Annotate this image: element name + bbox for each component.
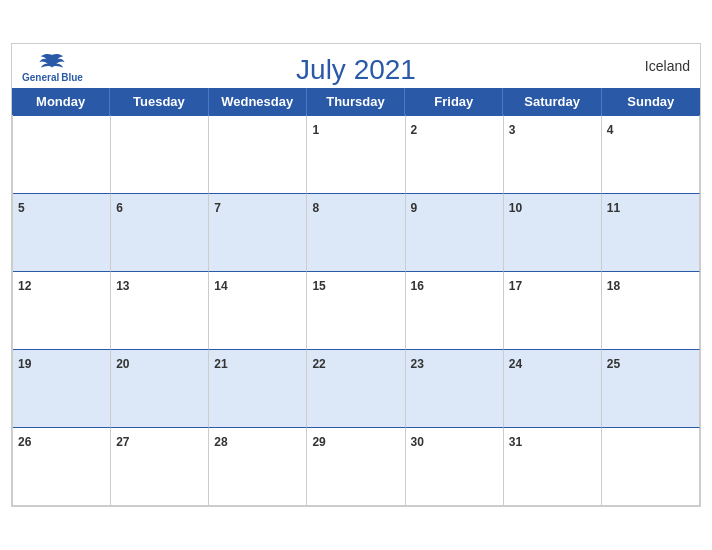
logo-blue: Blue: [61, 72, 83, 83]
calendar-cell: 4: [602, 115, 700, 193]
day-tuesday: Tuesday: [110, 88, 208, 115]
date-number: 23: [411, 357, 424, 371]
date-number: 2: [411, 123, 418, 137]
date-number: 22: [312, 357, 325, 371]
calendar-cell: 29: [307, 427, 405, 505]
calendar-cell: [13, 115, 111, 193]
calendar-cell: 14: [209, 271, 307, 349]
date-number: 24: [509, 357, 522, 371]
calendar-cell: 15: [307, 271, 405, 349]
day-wednesday: Wednesday: [209, 88, 307, 115]
calendar-cell: 7: [209, 193, 307, 271]
date-number: 5: [18, 201, 25, 215]
date-number: 17: [509, 279, 522, 293]
day-saturday: Saturday: [503, 88, 601, 115]
calendar-cell: 19: [13, 349, 111, 427]
calendar-header: General Blue July 2021 Iceland: [12, 44, 700, 88]
date-number: 25: [607, 357, 620, 371]
day-monday: Monday: [12, 88, 110, 115]
calendar-cell: 23: [406, 349, 504, 427]
calendar-cell: 26: [13, 427, 111, 505]
days-header: Monday Tuesday Wednesday Thursday Friday…: [12, 88, 700, 115]
calendar-cell: 18: [602, 271, 700, 349]
logo-text: General Blue: [22, 72, 83, 83]
calendar-cell: 2: [406, 115, 504, 193]
calendar-cell: 11: [602, 193, 700, 271]
logo-bird-icon: [38, 52, 66, 72]
date-number: 14: [214, 279, 227, 293]
calendar-cell: 24: [504, 349, 602, 427]
calendar-grid: 1234567891011121314151617181920212223242…: [12, 115, 700, 506]
date-number: 11: [607, 201, 620, 215]
date-number: 8: [312, 201, 319, 215]
date-number: 28: [214, 435, 227, 449]
date-number: 27: [116, 435, 129, 449]
date-number: 7: [214, 201, 221, 215]
calendar-cell: 22: [307, 349, 405, 427]
date-number: 10: [509, 201, 522, 215]
calendar-cell: 25: [602, 349, 700, 427]
calendar-title: July 2021: [296, 54, 416, 86]
calendar-cell: 3: [504, 115, 602, 193]
date-number: 18: [607, 279, 620, 293]
date-number: 26: [18, 435, 31, 449]
date-number: 13: [116, 279, 129, 293]
date-number: 12: [18, 279, 31, 293]
calendar-cell: 31: [504, 427, 602, 505]
date-number: 20: [116, 357, 129, 371]
logo-general: General: [22, 72, 59, 83]
date-number: 16: [411, 279, 424, 293]
date-number: 15: [312, 279, 325, 293]
calendar-cell: [111, 115, 209, 193]
calendar-cell: 30: [406, 427, 504, 505]
date-number: 29: [312, 435, 325, 449]
date-number: 31: [509, 435, 522, 449]
calendar-cell: [209, 115, 307, 193]
calendar: General Blue July 2021 Iceland Monday Tu…: [11, 43, 701, 507]
calendar-cell: 9: [406, 193, 504, 271]
date-number: 6: [116, 201, 123, 215]
date-number: 4: [607, 123, 614, 137]
calendar-cell: 10: [504, 193, 602, 271]
calendar-cell: 8: [307, 193, 405, 271]
calendar-cell: 13: [111, 271, 209, 349]
calendar-cell: 5: [13, 193, 111, 271]
calendar-cell: 17: [504, 271, 602, 349]
calendar-cell: 6: [111, 193, 209, 271]
date-number: 19: [18, 357, 31, 371]
day-thursday: Thursday: [307, 88, 405, 115]
calendar-cell: 21: [209, 349, 307, 427]
day-friday: Friday: [405, 88, 503, 115]
calendar-cell: 12: [13, 271, 111, 349]
calendar-cell: 16: [406, 271, 504, 349]
date-number: 3: [509, 123, 516, 137]
calendar-cell: 27: [111, 427, 209, 505]
calendar-cell: 20: [111, 349, 209, 427]
calendar-country: Iceland: [645, 58, 690, 74]
calendar-cell: 1: [307, 115, 405, 193]
day-sunday: Sunday: [602, 88, 700, 115]
date-number: 30: [411, 435, 424, 449]
logo: General Blue: [22, 52, 83, 83]
date-number: 1: [312, 123, 319, 137]
calendar-cell: [602, 427, 700, 505]
date-number: 21: [214, 357, 227, 371]
date-number: 9: [411, 201, 418, 215]
calendar-cell: 28: [209, 427, 307, 505]
